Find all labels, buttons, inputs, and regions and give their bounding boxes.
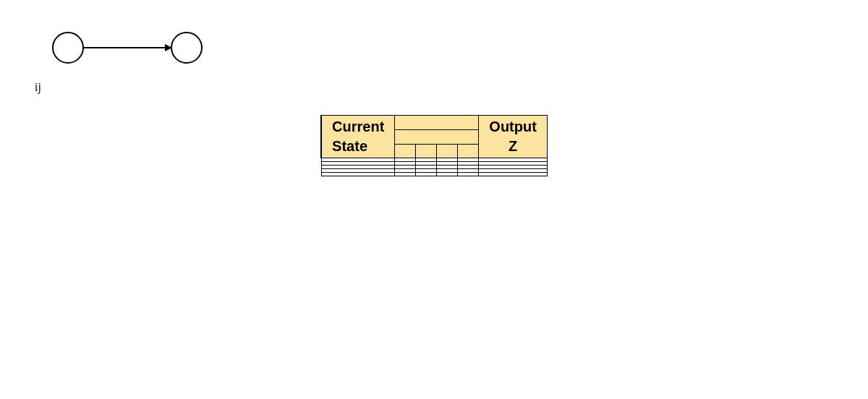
cell-state — [321, 173, 395, 176]
table-header-row-1: CurrentState OutputZ — [321, 116, 547, 130]
state-from-circle — [52, 32, 84, 64]
arrow-line — [84, 47, 171, 48]
header-inputs — [395, 130, 479, 145]
transition-diagram — [52, 26, 833, 69]
transition-arrow — [84, 33, 171, 62]
cell — [458, 173, 479, 176]
header-next-state — [395, 116, 479, 130]
header-col-10 — [458, 144, 479, 158]
table-row — [321, 173, 547, 176]
problem-text-line3: ij — [35, 72, 833, 95]
state-to-circle — [171, 32, 203, 64]
header-col-00 — [395, 144, 416, 158]
header-col-11 — [437, 144, 458, 158]
where-sub-j: j — [38, 81, 41, 93]
state-transition-table: CurrentState OutputZ — [320, 115, 548, 176]
cell — [416, 173, 437, 176]
cell — [395, 173, 416, 176]
header-output: OutputZ — [479, 116, 548, 158]
header-current-state: CurrentState — [321, 116, 395, 158]
state-table-container: CurrentState OutputZ — [35, 115, 833, 179]
cell-z — [479, 173, 548, 176]
arrow-head-icon — [165, 44, 172, 51]
cell — [437, 173, 458, 176]
header-col-01 — [416, 144, 437, 158]
